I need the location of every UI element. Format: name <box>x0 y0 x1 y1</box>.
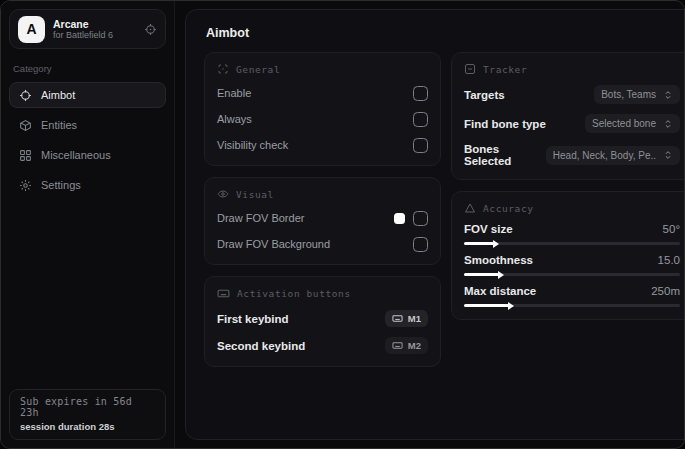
sidebar-item-label: Entities <box>41 119 77 131</box>
scan-icon <box>217 63 229 75</box>
max-distance-value: 250m <box>651 285 680 297</box>
setting-label: Targets <box>464 89 505 101</box>
setting-row-enable: Enable <box>217 85 428 101</box>
chevrons-up-down-icon <box>663 90 673 100</box>
slider-fill <box>464 242 494 245</box>
grid-icon <box>19 149 32 162</box>
page-title: Aimbot <box>206 26 685 40</box>
visual-header: Visual <box>217 188 428 200</box>
accuracy-title: Accuracy <box>483 203 534 214</box>
slider-fill <box>464 273 499 276</box>
setting-label: Bones Selected <box>464 143 546 167</box>
crosshair-icon <box>19 89 32 102</box>
setting-label: Enable <box>217 87 251 99</box>
keybind-value: M1 <box>408 313 421 324</box>
setting-label: First keybind <box>217 313 289 325</box>
content-columns: General Enable Always Visibility check <box>204 52 685 367</box>
activation-title: Activation buttons <box>237 288 351 299</box>
brand-name: Arcane <box>53 18 136 30</box>
setting-row-find-bone-type: Find bone type Selected bone <box>464 114 680 133</box>
fov-size-group: FOV size 50° <box>464 223 680 245</box>
setting-label: Always <box>217 113 252 125</box>
find-bone-type-select[interactable]: Selected bone <box>585 114 680 133</box>
general-title: General <box>236 64 280 75</box>
always-checkbox[interactable] <box>413 112 428 127</box>
tracker-title: Tracker <box>483 64 527 75</box>
setting-label: Second keybind <box>217 340 305 352</box>
smoothness-value: 15.0 <box>658 254 680 266</box>
select-value: Head, Neck, Body, Pe.. <box>553 150 656 161</box>
smoothness-group: Smoothness 15.0 <box>464 254 680 276</box>
setting-label: Smoothness <box>464 254 533 266</box>
sidebar-item-label: Settings <box>41 179 81 191</box>
brand-card: A Arcane for Battlefield 6 <box>9 9 166 49</box>
setting-row-always: Always <box>217 111 428 127</box>
visual-card: Visual Draw FOV Border Draw FOV Backgrou… <box>204 177 441 265</box>
fov-size-slider[interactable] <box>464 242 680 245</box>
setting-row-targets: Targets Bots, Teams <box>464 85 680 104</box>
setting-row-fov-border: Draw FOV Border <box>217 210 428 226</box>
setting-label: Visibility check <box>217 139 288 151</box>
activation-header: Activation buttons <box>217 287 428 300</box>
keyboard-icon <box>217 287 230 300</box>
sidebar-item-entities[interactable]: Entities <box>9 112 166 138</box>
main-panel: Aimbot General <box>185 9 685 440</box>
max-distance-group: Max distance 250m <box>464 285 680 307</box>
eye-icon <box>217 188 229 200</box>
second-keybind-button[interactable]: M2 <box>385 337 428 354</box>
sidebar-item-miscellaneous[interactable]: Miscellaneous <box>9 142 166 168</box>
select-value: Bots, Teams <box>601 89 656 100</box>
setting-label: Draw FOV Border <box>217 212 304 224</box>
setting-row-visibility-check: Visibility check <box>217 137 428 153</box>
keyboard-icon <box>392 340 403 351</box>
targets-select[interactable]: Bots, Teams <box>594 85 680 104</box>
visual-title: Visual <box>236 189 274 200</box>
setting-label: Max distance <box>464 285 536 297</box>
first-keybind-button[interactable]: M1 <box>385 310 428 327</box>
chevrons-up-down-icon <box>663 150 673 160</box>
max-distance-slider[interactable] <box>464 304 680 307</box>
right-column: Tracker Targets Bots, Teams <box>451 52 685 320</box>
chevrons-up-down-icon <box>663 119 673 129</box>
accuracy-header: Accuracy <box>464 202 680 214</box>
sidebar: A Arcane for Battlefield 6 Category <box>1 1 175 448</box>
target-icon[interactable] <box>144 23 157 36</box>
gear-icon <box>19 179 32 192</box>
subscription-card: Sub expires in 56d 23h session duration … <box>9 389 166 440</box>
sidebar-item-aimbot[interactable]: Aimbot <box>9 82 166 108</box>
fov-border-color-swatch[interactable] <box>394 213 405 224</box>
enable-checkbox[interactable] <box>413 86 428 101</box>
cube-icon <box>19 119 32 132</box>
sub-expiry-text: Sub expires in 56d 23h <box>20 396 155 418</box>
setting-label: Find bone type <box>464 118 546 130</box>
fov-border-checkbox[interactable] <box>413 211 428 226</box>
slider-fill <box>464 304 509 307</box>
keyboard-icon <box>392 313 403 324</box>
sidebar-item-settings[interactable]: Settings <box>9 172 166 198</box>
accuracy-card: Accuracy FOV size 50° Smoothness <box>451 191 685 320</box>
brand-subtitle: for Battlefield 6 <box>53 30 136 40</box>
left-column: General Enable Always Visibility check <box>204 52 441 367</box>
session-duration-text: session duration 28s <box>20 421 155 432</box>
category-label: Category <box>13 63 162 74</box>
setting-row-second-keybind: Second keybind M2 <box>217 337 428 354</box>
app-window: A Arcane for Battlefield 6 Category <box>0 0 685 449</box>
setting-row-first-keybind: First keybind M1 <box>217 310 428 327</box>
visibility-check-checkbox[interactable] <box>413 138 428 153</box>
general-header: General <box>217 63 428 75</box>
fov-background-checkbox[interactable] <box>413 237 428 252</box>
smoothness-slider[interactable] <box>464 273 680 276</box>
general-card: General Enable Always Visibility check <box>204 52 441 166</box>
square-minus-icon <box>464 63 476 75</box>
brand-text: Arcane for Battlefield 6 <box>53 18 136 40</box>
fov-size-value: 50° <box>663 223 680 235</box>
setting-row-bones-selected: Bones Selected Head, Neck, Body, Pe.. <box>464 143 680 167</box>
sidebar-item-label: Miscellaneous <box>41 149 111 161</box>
bones-selected-select[interactable]: Head, Neck, Body, Pe.. <box>546 146 680 165</box>
tracker-card: Tracker Targets Bots, Teams <box>451 52 685 180</box>
activation-card: Activation buttons First keybind M1 <box>204 276 441 367</box>
setting-label: FOV size <box>464 223 513 235</box>
sidebar-nav: Aimbot Entities Miscellaneous <box>9 82 166 198</box>
sidebar-item-label: Aimbot <box>41 89 75 101</box>
setting-row-fov-background: Draw FOV Background <box>217 236 428 252</box>
